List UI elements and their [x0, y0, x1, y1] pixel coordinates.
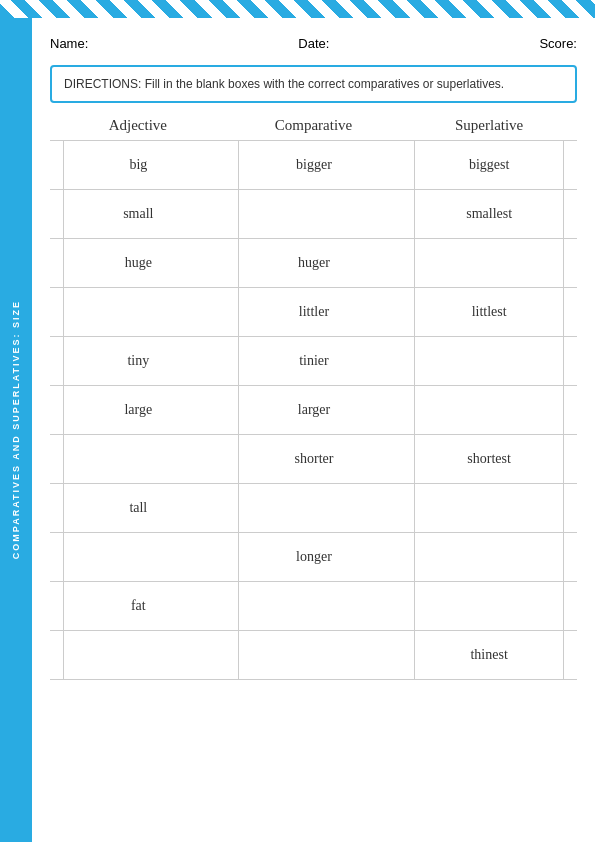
- table-row: thinest: [50, 630, 577, 680]
- cell-superlative-7[interactable]: [414, 484, 564, 532]
- cell-superlative-6[interactable]: shortest: [414, 435, 564, 483]
- column-headers: Adjective Comparative Superlative: [50, 117, 577, 134]
- directions-text: DIRECTIONS: Fill in the blank boxes with…: [64, 77, 504, 91]
- superlative-header: Superlative: [414, 117, 564, 134]
- cell-adjective-10[interactable]: [63, 631, 213, 679]
- cell-adjective-6[interactable]: [63, 435, 213, 483]
- sidebar: COMPARATIVES AND SUPERLATIVES: SIZE: [0, 18, 32, 842]
- cell-adjective-3[interactable]: [63, 288, 213, 336]
- cell-superlative-4[interactable]: [414, 337, 564, 385]
- cell-comparative-9[interactable]: [238, 582, 388, 630]
- sidebar-label: COMPARATIVES AND SUPERLATIVES: SIZE: [11, 300, 21, 559]
- cell-comparative-0[interactable]: bigger: [238, 141, 388, 189]
- cell-superlative-3[interactable]: littlest: [414, 288, 564, 336]
- cell-comparative-7[interactable]: [238, 484, 388, 532]
- table-row: longer: [50, 532, 577, 581]
- cell-superlative-5[interactable]: [414, 386, 564, 434]
- table-row: bigbiggerbiggest: [50, 140, 577, 189]
- table-row: hugehuger: [50, 238, 577, 287]
- cell-superlative-9[interactable]: [414, 582, 564, 630]
- cell-adjective-1[interactable]: small: [63, 190, 213, 238]
- table-row: tall: [50, 483, 577, 532]
- table-row: largelarger: [50, 385, 577, 434]
- cell-comparative-1[interactable]: [238, 190, 388, 238]
- cell-comparative-3[interactable]: littler: [238, 288, 388, 336]
- name-label: Name:: [50, 36, 88, 51]
- date-label: Date:: [298, 36, 329, 51]
- table-row: shortershortest: [50, 434, 577, 483]
- name-field: Name:: [50, 36, 88, 51]
- cell-adjective-0[interactable]: big: [63, 141, 213, 189]
- directions-box: DIRECTIONS: Fill in the blank boxes with…: [50, 65, 577, 103]
- cell-adjective-5[interactable]: large: [63, 386, 213, 434]
- cell-superlative-0[interactable]: biggest: [414, 141, 564, 189]
- cell-comparative-4[interactable]: tinier: [238, 337, 388, 385]
- date-field: Date:: [298, 36, 329, 51]
- cell-adjective-2[interactable]: huge: [63, 239, 213, 287]
- score-label: Score:: [539, 36, 577, 51]
- cell-adjective-7[interactable]: tall: [63, 484, 213, 532]
- cell-comparative-10[interactable]: [238, 631, 388, 679]
- header-row: Name: Date: Score:: [50, 30, 577, 59]
- cell-comparative-6[interactable]: shorter: [238, 435, 388, 483]
- table-row: fat: [50, 581, 577, 630]
- stripe-header: [0, 0, 595, 18]
- main-content: Name: Date: Score: DIRECTIONS: Fill in t…: [32, 18, 595, 842]
- comparative-header: Comparative: [238, 117, 388, 134]
- cell-superlative-8[interactable]: [414, 533, 564, 581]
- table-area: bigbiggerbiggestsmallsmallesthugehugerli…: [50, 140, 577, 680]
- cell-comparative-5[interactable]: larger: [238, 386, 388, 434]
- cell-comparative-2[interactable]: huger: [238, 239, 388, 287]
- cell-adjective-8[interactable]: [63, 533, 213, 581]
- cell-adjective-4[interactable]: tiny: [63, 337, 213, 385]
- table-row: littlerlittlest: [50, 287, 577, 336]
- cell-superlative-2[interactable]: [414, 239, 564, 287]
- cell-comparative-8[interactable]: longer: [238, 533, 388, 581]
- score-field: Score:: [539, 36, 577, 51]
- cell-superlative-10[interactable]: thinest: [414, 631, 564, 679]
- table-row: smallsmallest: [50, 189, 577, 238]
- table-row: tinytinier: [50, 336, 577, 385]
- cell-superlative-1[interactable]: smallest: [414, 190, 564, 238]
- adjective-header: Adjective: [63, 117, 213, 134]
- cell-adjective-9[interactable]: fat: [63, 582, 213, 630]
